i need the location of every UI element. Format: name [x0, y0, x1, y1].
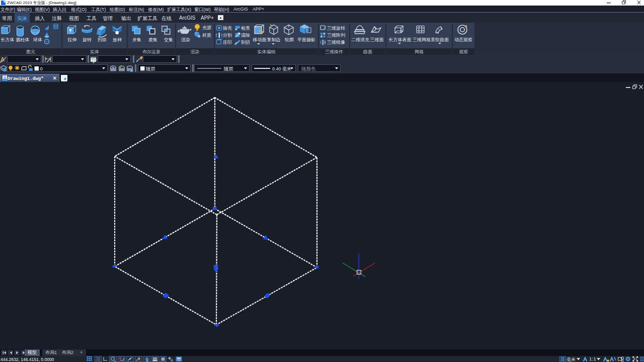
svg-text:0: 0 [40, 66, 43, 71]
